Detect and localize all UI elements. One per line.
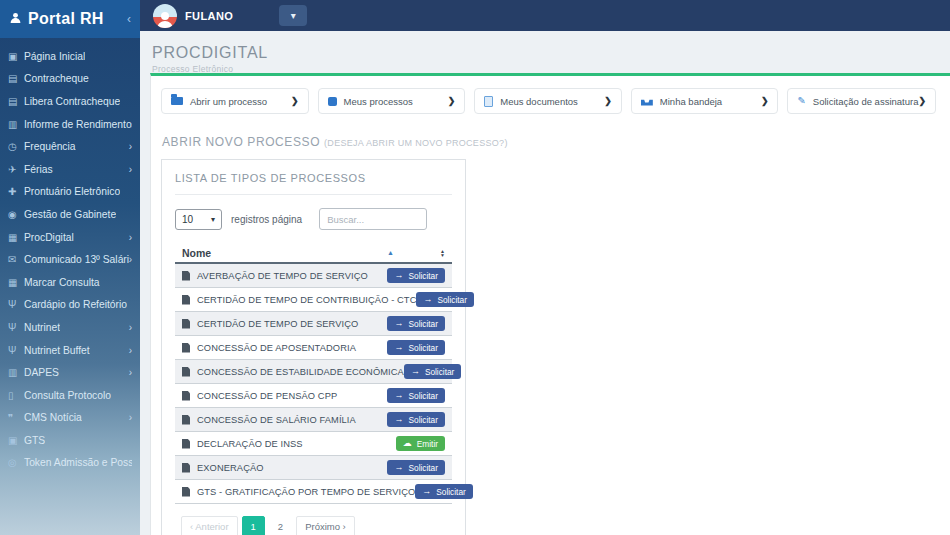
pagination-page-1-button[interactable]: 1 bbox=[242, 516, 265, 535]
process-name: CERTIDÃO DE TEMPO DE SERVIÇO bbox=[197, 319, 358, 329]
page-title: PROCDIGITAL bbox=[152, 44, 950, 62]
sidebar-item-prontuario-eletronico[interactable]: ✚Prontuário Eletrônico bbox=[0, 181, 140, 204]
table-row: EXONERAÇÃO →Solicitar bbox=[175, 456, 452, 480]
document-icon bbox=[182, 487, 190, 497]
sidebar-item-ferias[interactable]: ✈Férias› bbox=[0, 158, 140, 181]
document-icon bbox=[182, 415, 190, 425]
page-head: PROCDIGITAL Processo Eletrônico bbox=[140, 31, 950, 74]
sort-both-icon[interactable]: ▲ ▼ bbox=[440, 249, 445, 257]
top-bar: FULANO ▾ bbox=[140, 0, 950, 31]
solicitar-button[interactable]: →Solicitar bbox=[416, 292, 474, 307]
sidebar-item-token-admissao-posse[interactable]: ◎Token Admissão e Posse bbox=[0, 452, 140, 475]
sidebar-menu: ▣Página Inicial ▤Contracheque ▤Libera Co… bbox=[0, 38, 140, 474]
arrow-right-icon: → bbox=[394, 463, 403, 472]
sidebar-item-dapes[interactable]: ▥DAPES› bbox=[0, 361, 140, 384]
arrow-right-icon: → bbox=[423, 295, 432, 304]
sidebar-item-label: Frequência bbox=[24, 141, 76, 152]
section-title-text: ABRIR NOVO PROCESSO bbox=[162, 135, 320, 149]
table-row: CONCESSÃO DE SALÁRIO FAMÍLIA →Solicitar bbox=[175, 408, 452, 432]
card-meus-processos[interactable]: Meus processos ❯ bbox=[318, 88, 466, 114]
action-label: Solicitar bbox=[425, 367, 455, 377]
solicitar-button[interactable]: →Solicitar bbox=[415, 484, 473, 499]
sidebar-item-contracheque[interactable]: ▤Contracheque bbox=[0, 68, 140, 91]
sidebar-item-cms-noticia[interactable]: ❞CMS Notícia› bbox=[0, 407, 140, 430]
section-title: ABRIR NOVO PROCESSO (DESEJA ABRIR UM NOV… bbox=[162, 135, 950, 149]
sidebar-item-label: Férias bbox=[24, 164, 53, 175]
document-icon: ▥ bbox=[8, 119, 24, 130]
sidebar-item-label: GTS bbox=[24, 435, 45, 446]
sidebar-item-comunicado-13-salario[interactable]: ✉Comunicado 13º Salário› bbox=[0, 248, 140, 271]
sidebar-item-label: Token Admissão e Posse bbox=[24, 457, 132, 468]
table-row: CONCESSÃO DE PENSÃO CPP →Solicitar bbox=[175, 384, 452, 408]
sidebar-item-nutrinet[interactable]: ΨNutrinet› bbox=[0, 316, 140, 339]
sidebar-item-procdigital[interactable]: ▦ProcDigital› bbox=[0, 226, 140, 249]
sidebar-item-label: Consulta Protocolo bbox=[24, 390, 111, 401]
sidebar-item-consulta-protocolo[interactable]: ▯Consulta Protocolo bbox=[0, 384, 140, 407]
action-label: Solicitar bbox=[408, 271, 438, 281]
arrow-right-icon: → bbox=[394, 271, 403, 280]
sidebar-item-marcar-consulta[interactable]: ▦Marcar Consulta bbox=[0, 271, 140, 294]
emitir-button[interactable]: ☁Emitir bbox=[396, 436, 445, 451]
sidebar-item-informe-rendimentos[interactable]: ▥Informe de Rendimentos bbox=[0, 113, 140, 136]
medical-cross-icon: ✚ bbox=[8, 186, 24, 197]
search-input[interactable] bbox=[319, 208, 427, 230]
document-icon bbox=[182, 367, 190, 377]
column-header-nome[interactable]: Nome bbox=[182, 247, 211, 259]
solicitar-button[interactable]: →Solicitar bbox=[387, 388, 445, 403]
cutlery-icon: Ψ bbox=[8, 299, 24, 310]
sidebar-item-cardapio-refeitorio[interactable]: ΨCardápio do Refeitório bbox=[0, 294, 140, 317]
sidebar-item-gts[interactable]: ▣GTS bbox=[0, 429, 140, 452]
logo-bar: Portal RH ‹ bbox=[0, 0, 140, 38]
arrow-right-icon: → bbox=[411, 367, 420, 376]
sidebar-item-label: DAPES bbox=[24, 367, 59, 378]
monitor-icon: ▣ bbox=[8, 51, 24, 62]
sidebar-item-label: Informe de Rendimentos bbox=[24, 119, 132, 130]
sidebar-item-frequencia[interactable]: ◷Frequência› bbox=[0, 135, 140, 158]
process-name: CONCESSÃO DE APOSENTADORIA bbox=[197, 343, 356, 353]
document-icon bbox=[182, 439, 190, 449]
card-meus-documentos[interactable]: Meus documentos ❯ bbox=[474, 88, 622, 114]
sidebar-item-label: Página Inicial bbox=[24, 51, 85, 62]
table-row: CONCESSÃO DE ESTABILIDADE ECONÔMICA →Sol… bbox=[175, 360, 452, 384]
card-solicitacao-assinatura[interactable]: ✎ Solicitação de assinatura ❯ bbox=[787, 88, 936, 114]
card-minha-bandeja[interactable]: Minha bandeja ❯ bbox=[631, 88, 779, 114]
banknote-icon: ▤ bbox=[8, 96, 24, 107]
solicitar-button[interactable]: →Solicitar bbox=[387, 316, 445, 331]
solicitar-button[interactable]: →Solicitar bbox=[387, 460, 445, 475]
sidebar-item-gestao-gabinete[interactable]: ◉Gestão de Gabinete bbox=[0, 203, 140, 226]
user-menu-button[interactable]: ▾ bbox=[279, 5, 307, 26]
sidebar-item-label: Contracheque bbox=[24, 73, 89, 84]
sort-ascending-icon[interactable]: ▲ bbox=[387, 249, 394, 256]
chevron-down-icon: ▾ bbox=[211, 215, 215, 224]
action-label: Solicitar bbox=[408, 415, 438, 425]
cutlery-icon: Ψ bbox=[8, 322, 24, 333]
sidebar-collapse-icon[interactable]: ‹ bbox=[127, 12, 131, 26]
table-row: DECLARAÇÃO DE INSS ☁Emitir bbox=[175, 432, 452, 456]
document-icon bbox=[484, 96, 493, 107]
solicitar-button[interactable]: →Solicitar bbox=[387, 340, 445, 355]
document-icon: ▥ bbox=[8, 367, 24, 378]
sidebar-item-libera-contracheque[interactable]: ▤Libera Contracheque bbox=[0, 90, 140, 113]
box-icon bbox=[328, 97, 337, 106]
solicitar-button[interactable]: →Solicitar bbox=[404, 364, 462, 379]
solicitar-button[interactable]: →Solicitar bbox=[387, 268, 445, 283]
inbox-icon bbox=[641, 97, 653, 106]
pagination-page-2-button[interactable]: 2 bbox=[269, 516, 292, 535]
page-size-select[interactable]: 10 ▾ bbox=[175, 209, 222, 230]
sidebar-item-nutrinet-buffet[interactable]: ΨNutrinet Buffet› bbox=[0, 339, 140, 362]
sidebar-item-label: Marcar Consulta bbox=[24, 277, 100, 288]
card-label: Solicitação de assinatura bbox=[813, 96, 919, 107]
solicitar-button[interactable]: →Solicitar bbox=[387, 412, 445, 427]
envelope-icon: ✉ bbox=[8, 254, 24, 265]
card-abrir-um-processo[interactable]: Abrir um processo ❯ bbox=[161, 88, 309, 114]
document-icon bbox=[182, 295, 190, 305]
process-types-panel: LISTA DE TIPOS DE PROCESSOS 10 ▾ registr… bbox=[161, 159, 466, 535]
pagination-previous-button[interactable]: ‹ Anterior bbox=[181, 516, 238, 535]
table-row: CERTIDÃO DE TEMPO DE SERVIÇO →Solicitar bbox=[175, 312, 452, 336]
target-icon: ◎ bbox=[8, 457, 24, 468]
app-logo: Portal RH bbox=[28, 10, 104, 28]
gear-icon: ◉ bbox=[8, 209, 24, 220]
pagination-next-button[interactable]: Próximo › bbox=[296, 516, 355, 535]
sidebar-item-pagina-inicial[interactable]: ▣Página Inicial bbox=[0, 45, 140, 68]
pagination: ‹ Anterior 1 2 Próximo › bbox=[181, 516, 452, 535]
